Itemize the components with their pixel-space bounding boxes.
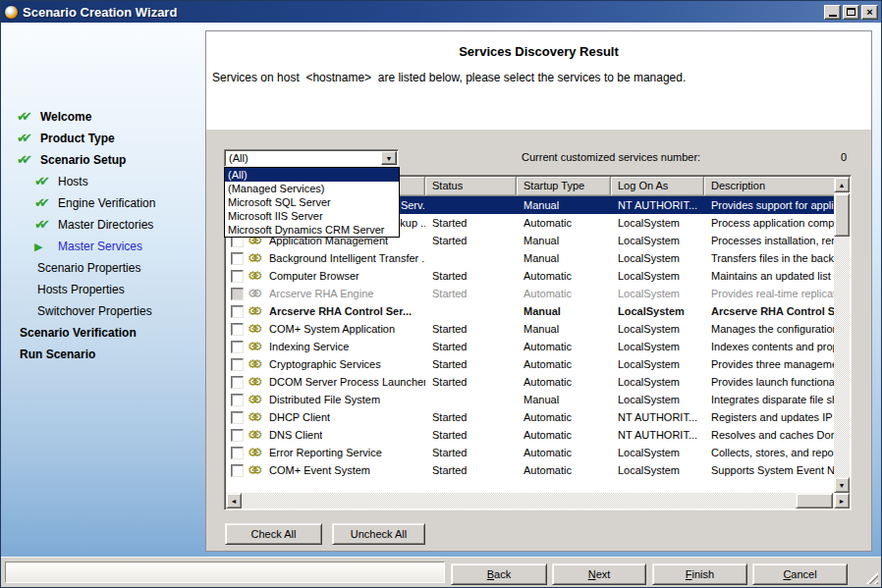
dropdown-option[interactable]: Microsoft Dynamics CRM Server bbox=[225, 223, 399, 237]
wizard-step: Switchover Properties bbox=[3, 300, 204, 322]
dropdown-option[interactable]: (Managed Services) bbox=[225, 182, 399, 195]
service-row[interactable]: ⚙⚙Indexing ServiceStartedAutomaticLocalS… bbox=[226, 338, 836, 355]
check-all-button[interactable]: Check All bbox=[225, 523, 322, 545]
service-status: Started bbox=[425, 429, 517, 441]
back-button[interactable]: Back bbox=[451, 563, 547, 585]
service-status: Started bbox=[425, 464, 517, 476]
scroll-down-button[interactable]: ▼ bbox=[834, 477, 850, 493]
service-checkbox[interactable] bbox=[231, 394, 244, 406]
service-row[interactable]: ⚙⚙Arcserve RHA Control Ser...ManualLocal… bbox=[226, 302, 836, 320]
column-header-log-on-as[interactable]: Log On As bbox=[611, 177, 704, 196]
service-name: Indexing Service bbox=[269, 341, 349, 352]
service-startup: Manual bbox=[517, 394, 611, 405]
service-gears-icon: ⚙⚙ bbox=[248, 411, 267, 423]
service-row[interactable]: ⚙⚙Computer BrowserStartedAutomaticLocalS… bbox=[226, 267, 836, 285]
service-checkbox[interactable] bbox=[231, 376, 244, 389]
service-checkbox[interactable] bbox=[231, 464, 244, 477]
wizard-step: Scenario Verification bbox=[3, 322, 204, 344]
service-row[interactable]: ⚙⚙DNS ClientStartedAutomaticNT AUTHORIT.… bbox=[226, 426, 836, 444]
service-status: Started bbox=[425, 341, 517, 352]
column-header-status[interactable]: Status bbox=[425, 177, 517, 196]
page-subtitle: Services on host <hostname> are listed b… bbox=[212, 71, 686, 84]
current-step-arrow-icon: ▶ bbox=[34, 240, 58, 253]
wizard-step-label: Scenario Setup bbox=[40, 153, 126, 167]
service-gears-icon: ⚙⚙ bbox=[248, 252, 267, 264]
service-logon: LocalSystem bbox=[611, 464, 704, 476]
dropdown-option[interactable]: Microsoft SQL Server bbox=[225, 195, 399, 209]
service-row[interactable]: ⚙⚙Distributed File SystemManualLocalSyst… bbox=[226, 391, 836, 408]
service-startup: Automatic bbox=[517, 411, 611, 423]
wizard-step-label: Engine Verification bbox=[58, 196, 155, 210]
service-row[interactable]: ⚙⚙DCOM Server Process LauncherStartedAut… bbox=[226, 373, 836, 391]
service-checkbox[interactable] bbox=[231, 429, 244, 442]
service-row[interactable]: ⚙⚙Error Reporting ServiceStartedAutomati… bbox=[226, 444, 836, 461]
service-checkbox[interactable] bbox=[231, 252, 244, 265]
service-desc: Manages the configuration and bbox=[704, 323, 836, 335]
wizard-step: Hosts Properties bbox=[3, 279, 204, 300]
scenario-creation-wizard-window: Scenario Creation Wizard × ✔✔Welcome✔✔Pr… bbox=[0, 0, 882, 588]
service-logon: NT AUTHORIT... bbox=[611, 429, 704, 441]
scroll-left-button[interactable]: ◄ bbox=[226, 493, 242, 508]
status-message-panel bbox=[5, 561, 445, 583]
column-header-description[interactable]: Description bbox=[704, 177, 836, 196]
service-startup: Manual bbox=[517, 323, 611, 335]
minimize-button[interactable] bbox=[824, 5, 841, 20]
horizontal-scrollbar[interactable]: ◄ ► bbox=[226, 493, 850, 508]
service-checkbox[interactable] bbox=[231, 358, 244, 371]
service-startup: Automatic bbox=[517, 288, 611, 299]
service-logon: LocalSystem bbox=[611, 270, 704, 282]
scroll-right-button[interactable]: ► bbox=[834, 493, 850, 508]
service-checkbox[interactable] bbox=[231, 341, 244, 353]
service-checkbox[interactable] bbox=[231, 305, 244, 318]
service-row[interactable]: ⚙⚙COM+ System ApplicationStartedManualLo… bbox=[226, 320, 836, 338]
titlebar[interactable]: Scenario Creation Wizard × bbox=[1, 1, 881, 23]
finish-button[interactable]: Finish bbox=[652, 563, 747, 585]
service-gears-icon: ⚙⚙ bbox=[248, 376, 267, 388]
close-button[interactable]: × bbox=[861, 5, 878, 20]
service-status: Started bbox=[425, 411, 517, 423]
service-row[interactable]: ⚙⚙DHCP ClientStartedAutomaticNT AUTHORIT… bbox=[226, 408, 836, 426]
maximize-button[interactable] bbox=[843, 5, 859, 20]
wizard-step: ✔✔Scenario Setup bbox=[3, 149, 204, 171]
filter-dropdown-list[interactable]: (All)(Managed Services)Microsoft SQL Ser… bbox=[224, 167, 400, 238]
horizontal-scroll-thumb[interactable] bbox=[796, 493, 833, 508]
service-row[interactable]: ⚙⚙Cryptographic ServicesStartedAutomatic… bbox=[226, 355, 836, 373]
resize-grip[interactable] bbox=[865, 571, 878, 584]
service-startup: Automatic bbox=[517, 217, 611, 229]
column-header-startup-type[interactable]: Startup Type bbox=[517, 177, 611, 196]
service-gears-icon: ⚙⚙ bbox=[248, 464, 267, 476]
service-checkbox[interactable] bbox=[231, 447, 244, 459]
next-button[interactable]: Next bbox=[552, 563, 646, 585]
service-checkbox[interactable] bbox=[231, 323, 244, 336]
service-filter-combobox[interactable]: (All) ▼ bbox=[224, 149, 399, 167]
service-logon: NT AUTHORIT... bbox=[611, 199, 704, 211]
service-row[interactable]: ⚙⚙COM+ Event SystemStartedAutomaticLocal… bbox=[226, 461, 836, 479]
app-icon bbox=[4, 5, 19, 20]
wizard-step-label: Scenario Verification bbox=[20, 326, 137, 340]
customized-services-count: 0 bbox=[835, 151, 847, 163]
main-panel: Services Discovery Result Services on ho… bbox=[205, 30, 872, 552]
wizard-step: Scenario Properties bbox=[3, 257, 204, 279]
service-desc: Provides support for application bbox=[704, 199, 836, 211]
dropdown-option[interactable]: Microsoft IIS Server bbox=[225, 209, 399, 223]
wizard-step-label: Run Scenario bbox=[20, 347, 95, 361]
service-logon: LocalSystem bbox=[611, 323, 704, 335]
service-row[interactable]: ⚙⚙Background Intelligent Transfer ...Man… bbox=[226, 249, 836, 267]
scroll-up-button[interactable]: ▲ bbox=[834, 177, 850, 192]
service-logon: LocalSystem bbox=[611, 288, 704, 299]
uncheck-all-button[interactable]: Uncheck All bbox=[332, 523, 425, 545]
vertical-scroll-thumb[interactable] bbox=[834, 193, 850, 237]
dropdown-option[interactable]: (All) bbox=[225, 168, 399, 182]
service-startup: Manual bbox=[517, 305, 611, 317]
vertical-scrollbar[interactable]: ▲ ▼ bbox=[834, 177, 850, 493]
service-gears-icon: ⚙⚙ bbox=[248, 270, 267, 282]
service-checkbox[interactable] bbox=[231, 411, 244, 424]
combobox-dropdown-button[interactable]: ▼ bbox=[381, 151, 397, 165]
finish-label: Finish bbox=[653, 568, 746, 580]
window-controls: × bbox=[824, 5, 878, 20]
service-row[interactable]: ⚙⚙Arcserve RHA EngineStartedAutomaticLoc… bbox=[226, 285, 836, 302]
service-checkbox[interactable] bbox=[231, 270, 244, 283]
service-logon: LocalSystem bbox=[611, 341, 704, 352]
cancel-button[interactable]: Cancel bbox=[752, 563, 848, 585]
service-rows: ⚙⚙Application Layer Gateway Serv...Manua… bbox=[226, 196, 836, 479]
